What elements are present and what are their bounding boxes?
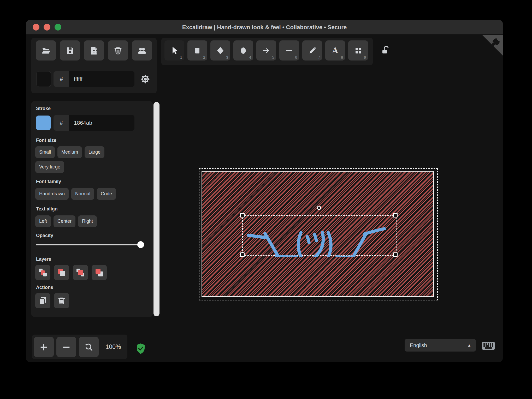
- bring-forward-button[interactable]: [73, 265, 88, 280]
- resize-handle-nw[interactable]: [240, 213, 245, 217]
- send-to-back-icon: [38, 267, 48, 278]
- send-backward-button[interactable]: [54, 265, 69, 280]
- font-family-normal-button[interactable]: Normal: [71, 188, 94, 200]
- font-size-large-button[interactable]: Large: [85, 146, 104, 158]
- canvas-background-swatch[interactable]: [37, 71, 51, 87]
- diamond-icon: [216, 46, 225, 56]
- duplicate-button[interactable]: [35, 293, 50, 308]
- canvas-background-hex-input[interactable]: ffffff: [69, 71, 134, 87]
- tool-library[interactable]: 9: [348, 40, 368, 61]
- minus-icon: [62, 343, 71, 352]
- bring-to-front-icon: [94, 267, 104, 278]
- keyboard-shortcuts-button[interactable]: [482, 341, 495, 351]
- zoom-out-button[interactable]: [56, 337, 76, 357]
- bring-to-front-button[interactable]: [92, 265, 107, 280]
- delete-button[interactable]: [54, 293, 69, 308]
- font-family-label: Font family: [36, 179, 61, 184]
- collaborators-button[interactable]: [132, 40, 152, 61]
- send-to-back-button[interactable]: [35, 265, 50, 280]
- layers-label: Layers: [36, 257, 51, 262]
- resize-handle-sw[interactable]: [240, 252, 245, 257]
- rotation-handle[interactable]: [317, 206, 321, 210]
- stroke-hex-prefix: #: [54, 115, 69, 131]
- encryption-shield: [136, 343, 146, 354]
- tool-line[interactable]: 6: [279, 40, 299, 61]
- stroke-color-swatch[interactable]: [36, 116, 51, 130]
- tools-island: 1 2 3 4: [161, 38, 373, 65]
- panel-scrollbar[interactable]: [153, 102, 159, 316]
- theme-toggle-button[interactable]: [140, 74, 150, 84]
- trash-icon: [57, 296, 66, 305]
- text-align-label: Text align: [36, 206, 58, 212]
- font-size-medium-button[interactable]: Medium: [57, 146, 82, 158]
- stroke-label: Stroke: [36, 106, 51, 111]
- reset-zoom-icon: [84, 342, 94, 352]
- tool-diamond[interactable]: 3: [210, 40, 230, 61]
- open-file-button[interactable]: [36, 40, 56, 61]
- font-size-very-large-button[interactable]: Very large: [35, 161, 64, 173]
- text-align-right-button[interactable]: Right: [78, 215, 97, 227]
- shield-check-icon: [136, 343, 146, 354]
- opacity-slider-track[interactable]: [36, 244, 144, 245]
- collaborators-icon: [137, 46, 147, 56]
- save-button[interactable]: [60, 40, 80, 61]
- export-icon: [89, 46, 99, 56]
- text-align-center-button[interactable]: Center: [54, 215, 75, 227]
- stroke-hex-input[interactable]: 1864ab: [69, 115, 134, 131]
- file-island: # ffffff: [31, 38, 157, 93]
- titlebar: Excalidraw | Hand-drawn look & feel • Co…: [26, 20, 503, 35]
- ellipse-icon: [239, 46, 248, 56]
- font-family-hand-drawn-button[interactable]: Hand-drawn: [35, 188, 69, 200]
- arrow-icon: [262, 46, 271, 56]
- language-value: English: [410, 339, 427, 352]
- opacity-label: Opacity: [36, 233, 53, 238]
- properties-panel: Stroke # 1864ab Font size Small Medium L…: [31, 101, 153, 317]
- bring-forward-icon: [75, 267, 86, 278]
- screenshot-stage: Excalidraw | Hand-drawn look & feel • Co…: [0, 0, 532, 399]
- plus-icon: [39, 343, 48, 352]
- clear-canvas-button[interactable]: [108, 40, 128, 61]
- zoom-percent[interactable]: 100%: [100, 335, 126, 359]
- github-corner-link[interactable]: [482, 35, 503, 56]
- send-backward-icon: [56, 267, 67, 278]
- shrug-text-drawing: [247, 220, 393, 257]
- library-icon: [353, 46, 363, 56]
- text-element[interactable]: [247, 220, 393, 257]
- tool-ellipse[interactable]: 4: [233, 40, 253, 61]
- hex-prefix: #: [54, 71, 69, 87]
- rectangle-icon: [193, 46, 202, 56]
- resize-handle-ne[interactable]: [393, 213, 398, 217]
- svg-text:A: A: [332, 46, 338, 55]
- duplicate-icon: [38, 295, 48, 306]
- line-icon: [285, 46, 294, 56]
- zoom-in-button[interactable]: [34, 337, 54, 357]
- export-button[interactable]: [84, 40, 104, 61]
- open-folder-icon: [41, 46, 51, 56]
- language-select[interactable]: English ▲: [405, 339, 476, 352]
- window-title: Excalidraw | Hand-drawn look & feel • Co…: [26, 20, 503, 34]
- excalidraw-window: Excalidraw | Hand-drawn look & feel • Co…: [26, 20, 503, 362]
- save-icon: [65, 46, 75, 56]
- tool-arrow[interactable]: 5: [256, 40, 276, 61]
- font-size-label: Font size: [36, 138, 56, 143]
- font-size-small-button[interactable]: Small: [35, 146, 55, 158]
- text-align-left-button[interactable]: Left: [35, 215, 51, 227]
- chevron-up-icon: ▲: [467, 339, 471, 352]
- lock-toggle[interactable]: [380, 44, 391, 56]
- tool-rectangle[interactable]: 2: [187, 40, 207, 61]
- draw-pencil-icon: [308, 46, 317, 56]
- tool-text[interactable]: A 8: [325, 40, 345, 61]
- text-icon: A: [330, 46, 340, 56]
- sun-icon: [140, 74, 150, 84]
- font-family-code-button[interactable]: Code: [97, 188, 116, 200]
- resize-handle-se[interactable]: [393, 252, 398, 257]
- tool-selection[interactable]: 1: [164, 40, 184, 61]
- trash-icon: [113, 46, 123, 56]
- tool-draw[interactable]: 7: [302, 40, 322, 61]
- unlocked-padlock-icon: [380, 44, 391, 56]
- opacity-slider-knob[interactable]: [137, 241, 144, 248]
- keyboard-icon: [482, 341, 495, 351]
- reset-zoom-button[interactable]: [79, 337, 99, 357]
- selection-cursor-icon: [170, 46, 179, 56]
- actions-label: Actions: [36, 285, 53, 290]
